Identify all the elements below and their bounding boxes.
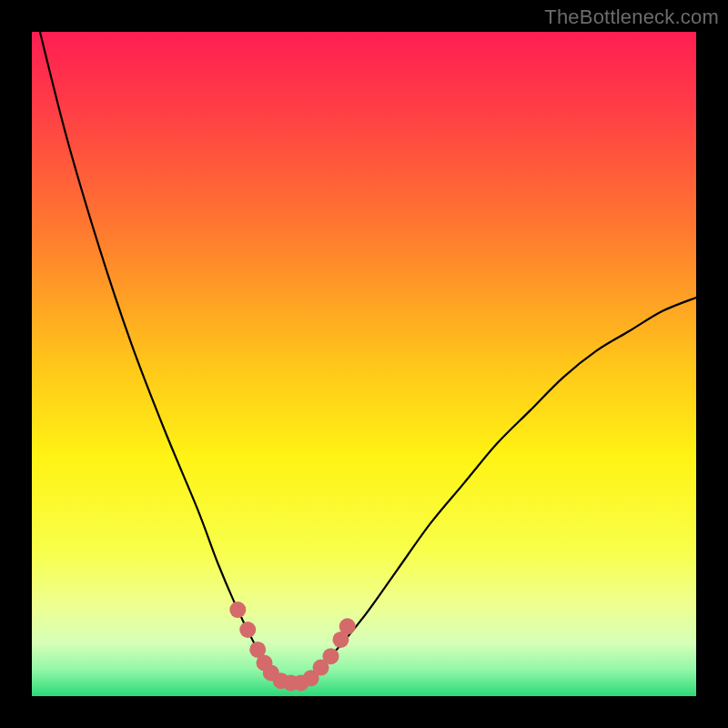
marker-point — [323, 648, 339, 664]
chart-frame: TheBottleneck.com — [0, 0, 728, 728]
bottleneck-curve — [32, 32, 696, 684]
curve-markers — [229, 602, 355, 691]
curve-layer — [32, 32, 696, 696]
marker-point — [339, 618, 356, 634]
marker-point — [229, 602, 246, 618]
watermark-text: TheBottleneck.com — [544, 5, 719, 29]
marker-point — [239, 622, 256, 638]
plot-area — [32, 32, 696, 696]
